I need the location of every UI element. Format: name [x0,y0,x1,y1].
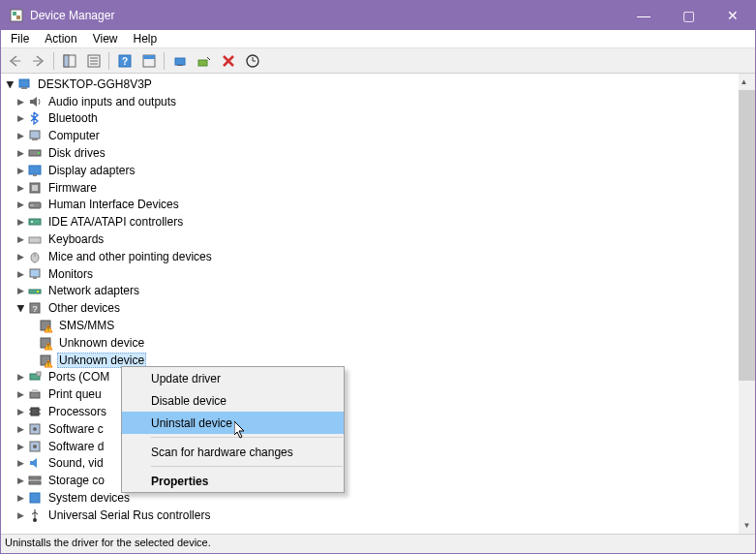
expand-arrow-icon[interactable]: ▶ [15,148,26,158]
svg-rect-51 [30,392,40,398]
expand-arrow-icon[interactable]: ▶ [15,234,26,244]
expand-arrow-icon[interactable]: ▶ [15,407,26,416]
svg-rect-52 [32,389,38,392]
tree-category[interactable]: ▶Software c [5,420,751,438]
toolbar-separator [108,52,109,70]
expand-arrow-icon[interactable]: ▶ [15,458,26,468]
expand-arrow-icon[interactable]: ▶ [15,97,26,107]
hid-icon [27,197,43,212]
tree-device[interactable]: !SMS/MMS [5,317,751,334]
scroll-down-arrow[interactable]: ▼ [739,517,755,534]
tree-category[interactable]: ▶Display adapters [5,162,751,179]
tree-category[interactable]: ⯆?Other devices [5,299,751,317]
storage-icon [27,473,43,488]
menu-file[interactable]: File [3,31,37,46]
svg-rect-24 [33,174,37,176]
tree-item-label: Other devices [46,301,122,315]
svg-point-59 [33,427,37,431]
tree-category[interactable]: ▶Monitors [5,265,751,283]
scroll-up-arrow[interactable]: ▲ [739,74,749,90]
scroll-thumb[interactable] [739,90,755,381]
tree-category[interactable]: ▶Sound, vid [5,455,751,473]
context-menu-item[interactable]: Scan for hardware changes [122,441,344,463]
expand-arrow-icon[interactable]: ▶ [15,131,26,140]
close-button[interactable]: ✕ [711,1,755,30]
menu-view[interactable]: View [85,31,126,46]
properties-button[interactable] [82,50,105,72]
tree-device[interactable]: !Unknown device [5,334,751,352]
context-menu-item[interactable]: Properties [122,470,344,492]
svg-rect-32 [29,237,41,243]
expand-arrow-icon[interactable]: ▶ [15,286,26,295]
tree-category[interactable]: ▶Ports (COM [5,369,751,386]
minimize-button[interactable]: — [621,1,666,30]
tree-item-label: Software c [46,422,106,436]
tree-root[interactable]: ⯆DESKTOP-GGH8V3P [5,76,751,93]
tree-category[interactable]: ▶Audio inputs and outputs [5,93,751,110]
expand-arrow-icon[interactable]: ▶ [15,424,26,434]
scan-hardware-button[interactable] [241,50,263,72]
svg-rect-53 [31,408,39,416]
expand-arrow-icon[interactable]: ▶ [15,252,26,262]
tree-category[interactable]: ▶Software d [5,438,751,455]
expand-arrow-icon[interactable]: ▶ [15,510,26,520]
ports-icon [27,369,43,385]
back-button[interactable] [3,50,25,72]
context-menu-item[interactable]: Disable device [122,389,344,412]
tree-category[interactable]: ▶Processors [5,403,751,420]
scrollbar[interactable]: ▲ ▼ [739,74,755,534]
menu-action[interactable]: Action [37,31,84,46]
disk-icon [27,145,43,161]
update-driver-button[interactable] [168,50,191,72]
context-menu-item[interactable]: Update driver [122,367,344,389]
show-hide-tree-button[interactable] [58,50,80,72]
expand-arrow-icon[interactable]: ▶ [15,389,26,399]
action-button[interactable] [137,50,160,72]
expand-arrow-icon[interactable]: ▶ [15,166,26,175]
tree-category[interactable]: ▶Storage co [5,472,751,489]
menu-help[interactable]: Help [126,31,166,46]
svg-rect-63 [29,481,41,484]
expand-arrow-icon[interactable]: ▶ [15,113,26,123]
svg-rect-20 [32,138,38,140]
expand-arrow-icon[interactable]: ▶ [15,183,26,193]
uninstall-button[interactable] [217,50,239,72]
tree-category[interactable]: ▶Bluetooth [5,110,751,128]
tree-category[interactable]: ▶System devices [5,489,751,507]
tree-category[interactable]: ▶Disk drives [5,144,751,162]
tree-category[interactable]: ▶Human Interface Devices [5,197,751,214]
tree-item-label: Monitors [46,267,95,281]
warn-icon: ! [38,353,53,368]
help-button[interactable]: ? [113,50,136,72]
expand-arrow-icon[interactable]: ▶ [15,200,26,209]
device-tree[interactable]: ⯆DESKTOP-GGH8V3P▶Audio inputs and output… [1,74,755,526]
tree-category[interactable]: ▶Mice and other pointing devices [5,248,751,265]
expand-arrow-icon[interactable]: ▶ [15,269,26,279]
expand-arrow-icon[interactable]: ▶ [15,217,26,227]
tree-category[interactable]: ▶IDE ATA/ATAPI controllers [5,213,751,231]
expand-arrow-icon[interactable]: ⯆ [5,79,15,89]
network-icon [27,283,43,298]
svg-rect-12 [143,55,155,59]
expand-arrow-icon[interactable]: ▶ [15,476,26,485]
tree-category[interactable]: ▶Universal Serial Rus controllers [5,507,751,524]
tree-category[interactable]: ▶Firmware [5,179,751,197]
forward-button[interactable] [27,50,49,72]
tree-category[interactable]: ▶Computer [5,127,751,144]
maximize-button[interactable]: ▢ [666,1,711,30]
enable-button[interactable] [193,50,215,72]
svg-rect-17 [19,79,29,87]
tree-category[interactable]: ▶Print queu [5,385,751,403]
expand-arrow-icon[interactable]: ▶ [15,372,26,382]
expand-arrow-icon[interactable]: ▶ [15,442,26,451]
title-bar: Device Manager — ▢ ✕ [1,1,755,30]
tree-device[interactable]: !Unknown device [5,352,751,369]
context-menu-item[interactable]: Uninstall device [122,412,344,434]
expand-arrow-icon[interactable]: ▶ [15,493,26,503]
tree-category[interactable]: ▶Network adapters [5,283,751,300]
svg-point-31 [31,221,33,223]
tree-item-label: Unknown device [57,336,146,350]
tree-category[interactable]: ▶Keyboards [5,231,751,248]
svg-rect-23 [29,166,41,174]
expand-arrow-icon[interactable]: ⯆ [15,303,26,313]
